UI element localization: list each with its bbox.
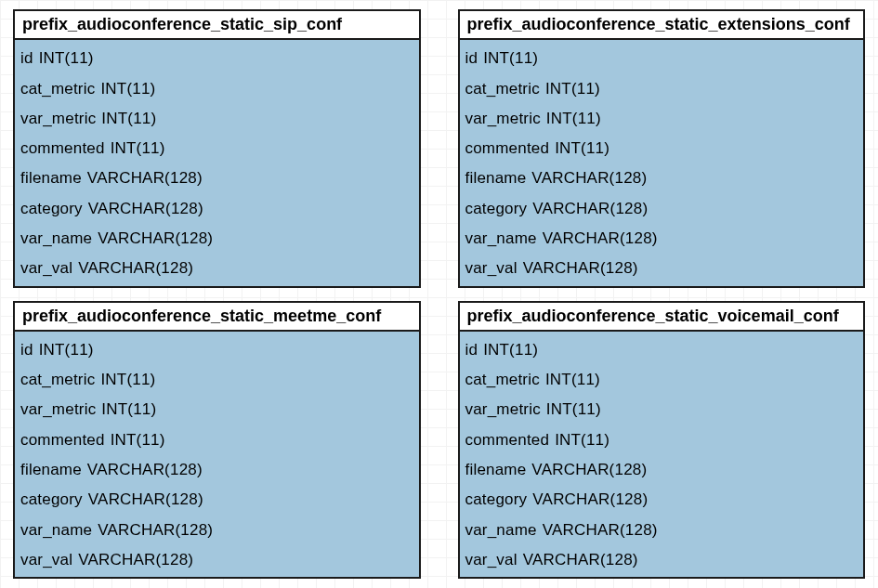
table-title: prefix_audioconference_static_meetme_con…: [15, 303, 419, 332]
column-type: VARCHAR(128): [78, 260, 193, 277]
column-row: category VARCHAR(128): [465, 199, 858, 219]
table-columns: id INT(11) cat_metric INT(11) var_metric…: [15, 40, 419, 286]
column-name: id: [465, 50, 478, 67]
column-name: var_metric: [465, 401, 541, 418]
column-name: id: [20, 342, 33, 359]
column-type: INT(11): [555, 432, 609, 449]
column-row: var_metric INT(11): [20, 109, 413, 129]
column-type: VARCHAR(128): [543, 522, 658, 539]
column-type: VARCHAR(128): [88, 201, 203, 217]
column-name: var_metric: [20, 401, 96, 418]
column-name: cat_metric: [20, 372, 95, 388]
table-title: prefix_audioconference_static_sip_conf: [15, 11, 419, 40]
column-name: var_val: [20, 260, 72, 277]
column-type: INT(11): [100, 372, 155, 388]
column-type: VARCHAR(128): [532, 491, 648, 508]
column-name: id: [465, 342, 478, 359]
column-type: VARCHAR(128): [87, 462, 203, 478]
column-row: var_val VARCHAR(128): [20, 550, 413, 570]
column-type: VARCHAR(128): [78, 552, 193, 568]
column-row: filename VARCHAR(128): [20, 168, 413, 189]
column-name: var_name: [465, 522, 537, 539]
column-row: var_metric INT(11): [465, 399, 858, 420]
column-row: var_val VARCHAR(128): [465, 258, 858, 279]
column-name: cat_metric: [465, 372, 540, 388]
column-row: id INT(11): [20, 340, 413, 360]
column-row: commented INT(11): [20, 138, 413, 159]
column-type: VARCHAR(128): [543, 230, 658, 247]
column-name: var_val: [465, 552, 518, 568]
column-row: var_val VARCHAR(128): [465, 550, 858, 570]
column-row: commented INT(11): [465, 138, 858, 159]
column-row: id INT(11): [465, 48, 858, 69]
column-name: filename: [20, 170, 82, 187]
table-title: prefix_audioconference_static_voicemail_…: [460, 303, 864, 332]
column-name: filename: [465, 170, 527, 187]
column-type: VARCHAR(128): [523, 552, 638, 568]
column-row: var_name VARCHAR(128): [465, 520, 858, 541]
column-type: INT(11): [545, 81, 600, 98]
column-row: cat_metric INT(11): [465, 79, 858, 99]
column-name: var_metric: [465, 111, 541, 127]
column-name: category: [20, 491, 83, 508]
column-name: var_val: [20, 552, 72, 568]
column-row: var_val VARCHAR(128): [20, 258, 413, 279]
column-type: VARCHAR(128): [87, 170, 203, 187]
column-type: INT(11): [546, 401, 601, 418]
table-sip-conf: prefix_audioconference_static_sip_conf i…: [13, 9, 421, 288]
column-type: INT(11): [111, 432, 165, 449]
column-name: category: [20, 201, 83, 217]
table-columns: id INT(11) cat_metric INT(11) var_metric…: [460, 332, 864, 578]
column-type: INT(11): [483, 50, 538, 67]
table-meetme-conf: prefix_audioconference_static_meetme_con…: [13, 301, 421, 580]
column-name: category: [465, 201, 528, 217]
column-row: id INT(11): [20, 48, 413, 69]
column-name: var_metric: [20, 111, 96, 127]
column-row: var_metric INT(11): [465, 109, 858, 129]
column-type: VARCHAR(128): [98, 230, 213, 247]
column-name: filename: [20, 462, 82, 478]
column-row: filename VARCHAR(128): [20, 460, 413, 480]
column-type: INT(11): [101, 401, 156, 418]
column-row: commented INT(11): [20, 430, 413, 451]
column-name: cat_metric: [20, 81, 95, 98]
column-name: filename: [465, 462, 527, 478]
table-voicemail-conf: prefix_audioconference_static_voicemail_…: [458, 301, 866, 580]
column-type: VARCHAR(128): [531, 170, 647, 187]
column-type: VARCHAR(128): [98, 522, 213, 539]
column-row: cat_metric INT(11): [20, 370, 413, 390]
column-name: commented: [20, 432, 105, 449]
column-type: VARCHAR(128): [88, 491, 203, 508]
column-row: category VARCHAR(128): [20, 199, 413, 219]
column-row: filename VARCHAR(128): [465, 168, 858, 189]
table-columns: id INT(11) cat_metric INT(11) var_metric…: [15, 332, 419, 578]
column-type: INT(11): [545, 372, 600, 388]
column-name: var_name: [20, 230, 92, 247]
table-columns: id INT(11) cat_metric INT(11) var_metric…: [460, 40, 864, 286]
column-name: var_val: [465, 260, 518, 277]
column-name: commented: [465, 432, 550, 449]
diagram-canvas: prefix_audioconference_static_sip_conf i…: [0, 0, 878, 588]
column-name: var_name: [465, 230, 537, 247]
table-title: prefix_audioconference_static_extensions…: [460, 11, 864, 40]
column-row: id INT(11): [465, 340, 858, 360]
column-name: id: [20, 50, 33, 67]
column-name: var_name: [20, 522, 92, 539]
column-type: INT(11): [39, 50, 94, 67]
column-type: VARCHAR(128): [523, 260, 638, 277]
table-extensions-conf: prefix_audioconference_static_extensions…: [458, 9, 866, 288]
column-row: var_name VARCHAR(128): [20, 229, 413, 249]
column-row: category VARCHAR(128): [465, 490, 858, 510]
column-row: var_name VARCHAR(128): [20, 520, 413, 541]
column-row: commented INT(11): [465, 430, 858, 451]
column-type: INT(11): [546, 111, 601, 127]
column-row: cat_metric INT(11): [465, 370, 858, 390]
column-name: commented: [20, 140, 105, 157]
column-type: INT(11): [39, 342, 94, 359]
column-type: VARCHAR(128): [531, 462, 647, 478]
column-type: INT(11): [555, 140, 609, 157]
column-type: INT(11): [483, 342, 538, 359]
column-type: VARCHAR(128): [532, 201, 648, 217]
column-row: var_name VARCHAR(128): [465, 229, 858, 249]
tables-grid: prefix_audioconference_static_sip_conf i…: [13, 9, 865, 579]
